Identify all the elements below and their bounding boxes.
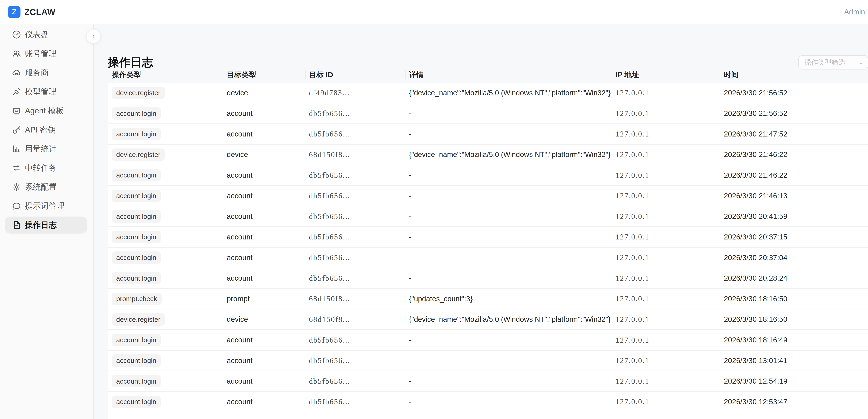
cell-action-type: account.login: [107, 354, 223, 367]
sidebar-item-providers[interactable]: 服务商: [5, 64, 87, 81]
cell-target-type: account: [223, 171, 305, 179]
action-type-tag: account.login: [112, 251, 161, 264]
cell-ip-address: 127.0.0.1: [612, 191, 719, 200]
cell-time: 2026/3/30 20:41:59: [719, 212, 868, 220]
cell-action-type: account.login: [107, 169, 223, 181]
table-row-partial: [107, 412, 868, 419]
chat-bubble-icon: [12, 202, 21, 210]
table-row: account.loginaccountdb5fb656...-127.0.0.…: [107, 227, 868, 248]
cell-detail: {"device_name":"Mozilla/5.0 (Windows NT"…: [405, 150, 612, 159]
sidebar-item-agent-templates[interactable]: Agent 模板: [5, 102, 87, 119]
sidebar-item-prompts[interactable]: 提示词管理: [5, 198, 87, 215]
sidebar-item-accounts[interactable]: 账号管理: [5, 45, 87, 62]
table-row: account.loginaccountdb5fb656...-127.0.0.…: [107, 330, 868, 351]
swap-arrows-icon: [12, 163, 21, 173]
top-header: Z ZCLAW Admin: [0, 0, 868, 24]
cell-target-type: account: [223, 253, 305, 262]
cell-detail: -: [405, 233, 612, 241]
cell-action-type: prompt.check: [107, 293, 223, 305]
cell-target-type: account: [223, 109, 305, 118]
cloud-icon: [12, 68, 21, 77]
cell-action-type: device.register: [107, 313, 223, 326]
cell-time: 2026/3/30 21:47:52: [719, 130, 868, 138]
cell-detail: -: [405, 377, 612, 385]
sidebar-item-usage[interactable]: 用量统计: [5, 140, 87, 157]
cell-time: 2026/3/30 21:56:52: [719, 89, 868, 97]
action-type-tag: device.register: [112, 87, 165, 99]
sidebar-item-relay-tasks[interactable]: 中转任务: [5, 159, 87, 176]
action-type-tag: account.login: [112, 395, 161, 408]
cell-detail: -: [405, 357, 612, 365]
cell-time: 2026/3/30 21:56:52: [719, 109, 868, 118]
cell-ip-address: 127.0.0.1: [612, 356, 719, 365]
sidebar-item-dashboard[interactable]: 仪表盘: [5, 26, 87, 43]
cell-target-type: account: [223, 377, 305, 385]
cell-action-type: account.login: [107, 272, 223, 285]
cell-time: 2026/3/30 13:01:41: [719, 357, 868, 365]
sidebar-item-label: 仪表盘: [25, 29, 49, 40]
sidebar-item-system-config[interactable]: 系统配置: [5, 179, 87, 196]
table-row: account.loginaccountdb5fb656...-127.0.0.…: [107, 103, 868, 124]
table-row: account.loginaccountdb5fb656...-127.0.0.…: [107, 124, 868, 145]
sidebar-item-models[interactable]: 模型管理: [5, 83, 87, 100]
sidebar-item-operation-logs[interactable]: 操作日志: [5, 216, 87, 234]
action-type-tag: account.login: [112, 272, 161, 285]
table-row: account.loginaccountdb5fb656...-127.0.0.…: [107, 248, 868, 268]
cell-detail: -: [405, 274, 612, 282]
cell-ip-address: 127.0.0.1: [612, 109, 719, 118]
column-header: 详情: [405, 67, 612, 83]
table-row: account.loginaccountdb5fb656...-127.0.0.…: [107, 165, 868, 186]
sidebar-nav: 仪表盘账号管理服务商模型管理Agent 模板API 密钥用量统计中转任务系统配置…: [0, 24, 94, 419]
action-type-tag: account.login: [112, 231, 161, 243]
cell-detail: -: [405, 336, 612, 344]
cell-target-type: prompt: [223, 295, 305, 303]
cell-ip-address: 127.0.0.1: [612, 294, 719, 303]
cell-time: 2026/3/30 20:28:24: [719, 274, 868, 282]
plug-icon: [12, 87, 21, 96]
cell-detail: -: [405, 398, 612, 406]
cell-target-id: 68d150f8...: [305, 294, 405, 303]
sidebar-item-api-keys[interactable]: API 密钥: [5, 121, 87, 139]
content-header: 操作日志 操作类型筛选 ⌄: [107, 24, 868, 67]
cell-ip-address: 127.0.0.1: [612, 171, 719, 180]
sidebar-item-label: 模型管理: [25, 86, 57, 97]
gear-icon: [12, 182, 21, 191]
action-type-tag: account.login: [112, 354, 161, 367]
action-type-tag: prompt.check: [112, 293, 161, 305]
cell-target-id: db5fb656...: [305, 233, 405, 241]
cell-target-type: account: [223, 398, 305, 406]
sidebar-collapse-button[interactable]: ‹: [86, 29, 101, 44]
cell-ip-address: 127.0.0.1: [612, 88, 719, 97]
table-body: device.registerdevicecf49d783...{"device…: [107, 83, 868, 419]
chevron-left-icon: ‹: [92, 32, 95, 40]
bar-chart-icon: [12, 144, 21, 153]
cell-target-id: db5fb656...: [305, 397, 405, 406]
action-type-tag: account.login: [112, 128, 161, 140]
table-row: device.registerdevicecf49d783...{"device…: [107, 83, 868, 103]
gauge-icon: [12, 30, 21, 39]
table-row: account.loginaccountdb5fb656...-127.0.0.…: [107, 186, 868, 206]
cell-target-type: device: [223, 89, 305, 97]
cell-time: 2026/3/30 12:54:19: [719, 377, 868, 385]
admin-user-menu[interactable]: Admin: [844, 8, 865, 16]
cell-action-type: device.register: [107, 87, 223, 99]
cell-ip-address: 127.0.0.1: [612, 315, 719, 324]
cell-detail: {"device_name":"Mozilla/5.0 (Windows NT"…: [405, 89, 612, 97]
cell-target-id: db5fb656...: [305, 377, 405, 386]
cell-target-type: device: [223, 150, 305, 159]
table-header-row: 操作类型目标类型目标 ID详情IP 地址时间: [107, 67, 868, 83]
cell-time: 2026/3/30 12:53:47: [719, 398, 868, 406]
cell-action-type: account.login: [107, 128, 223, 140]
column-header: 目标 ID: [305, 67, 405, 83]
sidebar-item-label: 系统配置: [25, 182, 57, 192]
cell-action-type: account.login: [107, 334, 223, 346]
cell-time: 2026/3/30 18:16:50: [719, 295, 868, 303]
cell-detail: -: [405, 192, 612, 200]
sidebar-item-label: 操作日志: [25, 220, 57, 231]
cell-target-id: db5fb656...: [305, 212, 405, 221]
table-row: account.loginaccountdb5fb656...-127.0.0.…: [107, 392, 868, 412]
table-row: device.registerdevice68d150f8...{"device…: [107, 309, 868, 330]
cell-target-id: db5fb656...: [305, 336, 405, 345]
cell-ip-address: 127.0.0.1: [612, 129, 719, 139]
table-row: prompt.checkprompt68d150f8...{"updates_c…: [107, 289, 868, 309]
